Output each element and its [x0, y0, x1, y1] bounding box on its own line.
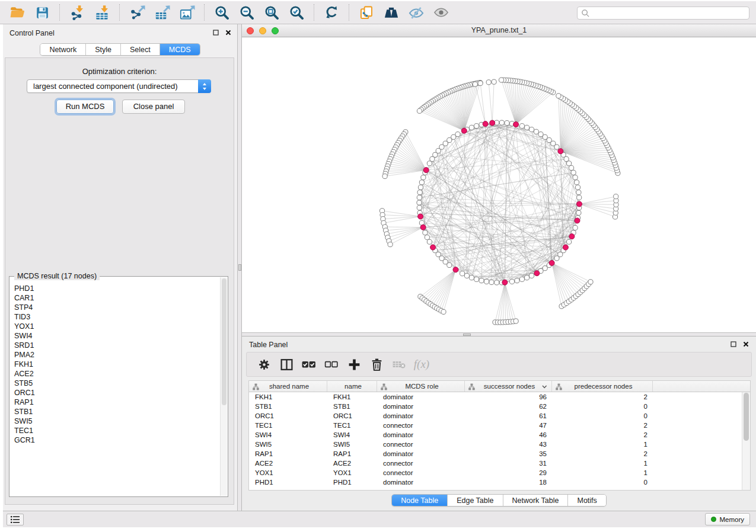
list-item[interactable]: TID3	[14, 312, 220, 322]
select-all-rows-icon[interactable]	[301, 357, 317, 372]
tab-node-table[interactable]: Node Table	[392, 495, 448, 506]
export-network-icon[interactable]	[128, 4, 146, 21]
save-session-icon[interactable]	[33, 4, 51, 21]
table-row[interactable]: SWI4SWI4dominator462	[249, 430, 742, 440]
cell-successors[interactable]: 46	[465, 430, 552, 440]
cell-mcds-role[interactable]: connector	[377, 440, 465, 449]
column-header-mcds-role[interactable]: MCDS role	[377, 381, 465, 392]
cell-predecessors[interactable]: 2	[552, 421, 653, 430]
list-item[interactable]: RAP1	[14, 398, 220, 407]
table-row[interactable]: STB1STB1dominator620	[249, 402, 742, 411]
cell-predecessors[interactable]: 2	[552, 392, 653, 402]
cell-shared-name[interactable]: FKH1	[249, 392, 327, 402]
cell-mcds-role[interactable]: dominator	[377, 449, 465, 459]
zoom-in-icon[interactable]	[213, 4, 231, 21]
add-column-icon[interactable]	[346, 357, 362, 372]
table-row[interactable]: ORC1ORC1dominator610	[249, 411, 742, 421]
cell-shared-name[interactable]: RAP1	[249, 449, 327, 459]
cell-mcds-role[interactable]: dominator	[377, 402, 465, 411]
list-item[interactable]: GCR1	[14, 435, 220, 445]
list-item[interactable]: PHD1	[14, 284, 220, 293]
zoom-out-icon[interactable]	[238, 4, 256, 21]
cell-name[interactable]: SWI5	[327, 440, 377, 449]
list-item[interactable]: STP4	[14, 303, 220, 312]
cell-mcds-role[interactable]: connector	[377, 459, 465, 468]
clone-network-icon[interactable]	[358, 4, 375, 21]
show-columns-icon[interactable]	[279, 357, 294, 372]
cell-shared-name[interactable]: SWI4	[249, 430, 327, 440]
hide-selected-icon[interactable]	[407, 4, 425, 21]
list-scrollbar[interactable]	[220, 277, 227, 496]
tab-network[interactable]: Network	[40, 44, 86, 55]
cell-successors[interactable]: 61	[465, 411, 552, 421]
table-row[interactable]: PHD1PHD1dominator180	[249, 477, 742, 487]
table-scrollbar[interactable]	[742, 392, 750, 490]
task-history-button[interactable]	[7, 514, 24, 525]
list-item[interactable]: TEC1	[14, 426, 220, 435]
table-row[interactable]: ACE2ACE2connector311	[249, 459, 742, 468]
cell-predecessors[interactable]: 2	[552, 449, 653, 459]
cell-predecessors[interactable]: 2	[552, 430, 653, 440]
delete-column-icon[interactable]	[369, 357, 384, 372]
column-header-name[interactable]: name	[327, 381, 377, 392]
list-item[interactable]: CAR1	[14, 293, 220, 303]
table-scrollbar-thumb[interactable]	[744, 393, 749, 441]
cell-name[interactable]: ACE2	[327, 459, 377, 468]
list-item[interactable]: YOX1	[14, 322, 220, 331]
list-item[interactable]: STB5	[14, 379, 220, 388]
zoom-selected-icon[interactable]	[288, 4, 305, 21]
cell-shared-name[interactable]: SWI5	[249, 440, 327, 449]
deselect-all-rows-icon[interactable]	[324, 357, 339, 372]
zoom-fit-icon[interactable]	[263, 4, 280, 21]
cell-mcds-role[interactable]: dominator	[377, 477, 465, 487]
cell-successors[interactable]: 62	[465, 402, 552, 411]
tab-network-table[interactable]: Network Table	[503, 495, 569, 506]
tab-select[interactable]: Select	[121, 44, 160, 55]
run-mcds-button[interactable]: Run MCDS	[56, 100, 114, 114]
cell-name[interactable]: PHD1	[327, 477, 377, 487]
import-table-icon[interactable]	[93, 4, 111, 21]
search-input[interactable]	[590, 8, 749, 18]
show-all-icon[interactable]	[432, 4, 450, 21]
cell-name[interactable]: FKH1	[327, 392, 377, 402]
cell-name[interactable]: YOX1	[327, 468, 377, 477]
open-session-icon[interactable]	[8, 4, 26, 21]
apply-layout-icon[interactable]	[323, 4, 340, 21]
table-row[interactable]: FKH1FKH1dominator962	[249, 392, 742, 402]
tab-mcds[interactable]: MCDS	[160, 44, 200, 55]
tab-style[interactable]: Style	[86, 44, 121, 55]
list-item[interactable]: SRD1	[14, 341, 220, 350]
list-item[interactable]: FKH1	[14, 360, 220, 369]
table-row[interactable]: RAP1RAP1dominator352	[249, 449, 742, 459]
cell-mcds-role[interactable]: connector	[377, 421, 465, 430]
cell-name[interactable]: SWI4	[327, 430, 377, 440]
cell-predecessors[interactable]: 0	[552, 477, 653, 487]
float-panel-icon[interactable]	[213, 30, 219, 36]
column-header-shared-name[interactable]: shared name	[249, 381, 327, 392]
table-row[interactable]: SWI5SWI5connector431	[249, 440, 742, 449]
list-item[interactable]: SWI5	[14, 416, 220, 426]
cell-shared-name[interactable]: ORC1	[249, 411, 327, 421]
cell-successors[interactable]: 29	[465, 468, 552, 477]
cell-predecessors[interactable]: 0	[552, 402, 653, 411]
horizontal-splitter[interactable]	[242, 332, 756, 336]
cell-predecessors[interactable]: 1	[552, 459, 653, 468]
cell-successors[interactable]: 35	[465, 449, 552, 459]
import-network-icon[interactable]	[68, 4, 86, 21]
cell-successors[interactable]: 18	[465, 477, 552, 487]
table-settings-icon[interactable]	[256, 357, 272, 372]
optimization-criterion-select[interactable]: largest connected component (undirected)	[27, 79, 211, 93]
tab-motifs[interactable]: Motifs	[568, 495, 605, 506]
list-item[interactable]: ACE2	[14, 369, 220, 379]
cell-shared-name[interactable]: YOX1	[249, 468, 327, 477]
table-row[interactable]: YOX1YOX1connector291	[249, 468, 742, 477]
column-header-successor-nodes[interactable]: successor nodes	[465, 381, 552, 392]
memory-button[interactable]: Memory	[705, 513, 750, 525]
list-item[interactable]: ORC1	[14, 388, 220, 398]
network-canvas[interactable]	[242, 37, 756, 332]
float-panel-icon[interactable]	[731, 341, 736, 347]
cell-name[interactable]: TEC1	[327, 421, 377, 430]
cell-successors[interactable]: 96	[465, 392, 552, 402]
cell-shared-name[interactable]: PHD1	[249, 477, 327, 487]
list-scrollbar-thumb[interactable]	[222, 278, 227, 405]
